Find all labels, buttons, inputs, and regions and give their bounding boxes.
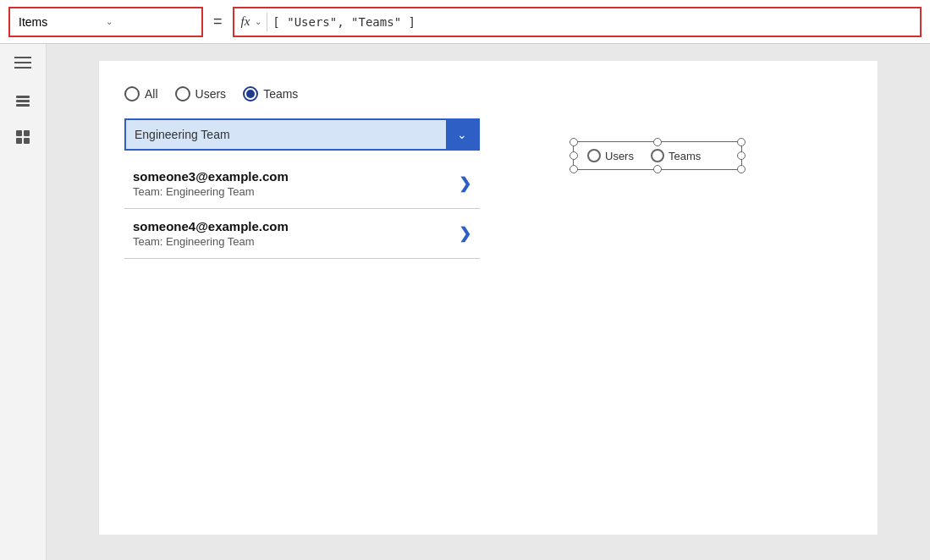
fx-icon: fx [241, 14, 250, 29]
svg-rect-3 [16, 130, 22, 136]
team-dropdown-label: Engineering Team [126, 120, 446, 149]
handle-top-right[interactable] [737, 138, 746, 146]
handle-middle-right[interactable] [737, 151, 746, 160]
widget-radio-label-users: Users [605, 150, 634, 162]
layers-icon[interactable] [13, 90, 33, 110]
radio-dot-teams [246, 90, 255, 98]
svg-rect-6 [24, 138, 30, 144]
fx-separator [267, 13, 267, 31]
radio-option-users[interactable]: Users [175, 86, 227, 102]
widget-radio-teams[interactable]: Teams [651, 149, 701, 162]
list-item-2-email: someone4@example.com [133, 219, 459, 233]
grid-icon[interactable] [13, 127, 33, 147]
list-item-1-chevron: ❯ [459, 174, 471, 193]
list-item-2-team: Team: Engineering Team [133, 235, 459, 248]
svg-rect-1 [16, 100, 30, 102]
radio-circle-users [175, 86, 190, 102]
list-item-2-text: someone4@example.com Team: Engineering T… [133, 219, 459, 248]
content-area: All Users Teams Engineering Team [47, 44, 930, 560]
radio-group: All Users Teams [124, 86, 852, 102]
widget-radio-users[interactable]: Users [587, 149, 634, 162]
hamburger-line-2 [14, 62, 31, 63]
sidebar [0, 44, 47, 560]
radio-circle-all [124, 86, 140, 102]
widget-radio-circle-teams [651, 149, 664, 162]
canvas-card: All Users Teams Engineering Team [99, 61, 878, 535]
radio-option-all[interactable]: All [124, 86, 158, 102]
team-dropdown[interactable]: Engineering Team ⌄ [124, 118, 480, 151]
svg-rect-0 [16, 96, 30, 98]
handle-middle-left[interactable] [570, 151, 578, 160]
handle-bottom-middle[interactable] [653, 165, 662, 173]
hamburger-line-3 [14, 67, 31, 69]
svg-rect-4 [24, 130, 30, 136]
widget-radio-label-teams: Teams [669, 150, 701, 162]
formula-bar[interactable]: fx ⌄ [ "Users", "Teams" ] [233, 7, 922, 37]
items-dropdown-label: Items [19, 15, 106, 29]
hamburger-menu-icon[interactable] [13, 52, 33, 73]
svg-rect-2 [16, 104, 30, 107]
handle-top-middle[interactable] [653, 138, 662, 146]
radio-option-teams[interactable]: Teams [243, 86, 298, 102]
fx-formula: [ "Users", "Teams" ] [272, 15, 415, 29]
list-item-1-email: someone3@example.com [133, 169, 459, 184]
radio-label-users: Users [195, 87, 227, 101]
svg-rect-5 [16, 138, 22, 144]
radio-circle-teams [243, 86, 258, 102]
toolbar: Items ⌄ = fx ⌄ [ "Users", "Teams" ] [0, 0, 930, 44]
handle-bottom-right[interactable] [737, 165, 746, 173]
radio-label-teams: Teams [263, 87, 298, 101]
main-layout: All Users Teams Engineering Team [0, 44, 930, 560]
widget-radio-circle-users [587, 149, 601, 162]
radio-label-all: All [145, 87, 158, 101]
list-item-1-team: Team: Engineering Team [133, 185, 459, 198]
handle-bottom-left[interactable] [570, 165, 578, 173]
list-item-2-chevron: ❯ [459, 224, 471, 243]
list-item-1[interactable]: someone3@example.com Team: Engineering T… [124, 159, 480, 209]
widget-container[interactable]: Users Teams [573, 141, 742, 170]
list-item-2[interactable]: someone4@example.com Team: Engineering T… [124, 209, 480, 259]
fx-chevron: ⌄ [255, 17, 261, 26]
hamburger-line-1 [14, 57, 31, 58]
widget-box: Users Teams [573, 141, 742, 170]
list-item-1-text: someone3@example.com Team: Engineering T… [133, 169, 459, 198]
items-dropdown-chevron: ⌄ [106, 17, 193, 26]
items-dropdown[interactable]: Items ⌄ [8, 7, 203, 37]
handle-top-left[interactable] [570, 138, 578, 146]
team-dropdown-chevron: ⌄ [457, 128, 467, 141]
equals-sign: = [210, 13, 226, 30]
team-dropdown-button[interactable]: ⌄ [446, 120, 478, 149]
